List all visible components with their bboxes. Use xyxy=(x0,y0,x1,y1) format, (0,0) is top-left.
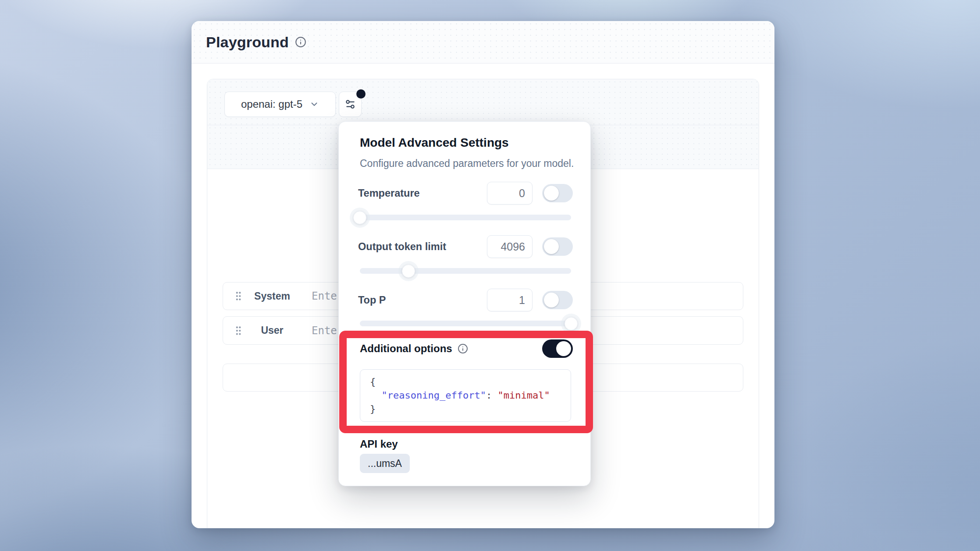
api-key-label: API key xyxy=(360,438,398,450)
popover-title: Model Advanced Settings xyxy=(360,136,509,150)
output-token-limit-label: Output token limit xyxy=(358,241,487,253)
toggle-knob xyxy=(544,239,559,254)
slider-track xyxy=(360,268,571,274)
model-advanced-settings-popover: Model Advanced Settings Configure advanc… xyxy=(338,121,591,486)
json-space xyxy=(492,390,497,401)
temperature-label: Temperature xyxy=(358,187,487,199)
slider-thumb[interactable] xyxy=(402,265,415,278)
model-selector[interactable]: openai: gpt-5 xyxy=(224,92,336,117)
page-title: Playground xyxy=(206,34,289,51)
slider-track xyxy=(360,321,571,326)
sliders-settings-icon xyxy=(344,99,356,110)
json-value: "minimal" xyxy=(497,390,550,401)
toggle-knob xyxy=(556,341,571,356)
json-open-brace: { xyxy=(370,376,376,387)
param-toggle-0[interactable] xyxy=(542,184,573,202)
popover-subtitle: Configure advanced parameters for your m… xyxy=(360,158,574,170)
info-icon[interactable] xyxy=(458,343,468,354)
output-token-limit-input[interactable] xyxy=(487,235,533,258)
param-slider-0[interactable] xyxy=(360,211,571,224)
message-role-label: System xyxy=(243,290,301,302)
slider-thumb[interactable] xyxy=(353,211,366,224)
info-icon[interactable] xyxy=(295,36,306,48)
model-selector-value: openai: gpt-5 xyxy=(241,98,302,110)
slider-thumb[interactable] xyxy=(565,317,578,330)
additional-options-label: Additional options xyxy=(360,343,452,355)
slider-track xyxy=(360,215,571,220)
toggle-knob xyxy=(544,293,559,307)
param-slider-1[interactable] xyxy=(360,265,571,278)
top-p-input[interactable] xyxy=(487,289,533,311)
param-slider-2[interactable] xyxy=(360,317,571,330)
grip-vertical-icon[interactable] xyxy=(234,325,243,336)
chevron-down-icon xyxy=(309,99,319,109)
temperature-input[interactable] xyxy=(487,182,533,205)
temperature-row: Temperature xyxy=(358,181,573,205)
model-toolbar: openai: gpt-5 xyxy=(207,79,759,125)
top-p-row: Top P xyxy=(358,288,573,312)
output-token-limit-row: Output token limit xyxy=(358,235,573,258)
top-p-label: Top P xyxy=(358,294,487,306)
grip-vertical-icon[interactable] xyxy=(234,290,243,302)
param-toggle-2[interactable] xyxy=(542,291,573,309)
json-colon: : xyxy=(486,390,492,401)
api-key-badge[interactable]: ...umsA xyxy=(360,454,410,473)
toggle-knob xyxy=(544,186,559,201)
desktop-background: Playground openai: gpt-5 xyxy=(0,0,980,551)
settings-notification-dot xyxy=(356,89,366,99)
additional-options-json-editor[interactable]: { "reasoning_effort": "minimal" } xyxy=(360,369,571,422)
additional-options-toggle[interactable] xyxy=(542,339,573,358)
json-key: "reasoning_effort" xyxy=(382,390,486,401)
json-close-brace: } xyxy=(370,403,376,414)
page-header: Playground xyxy=(192,21,774,64)
json-indent xyxy=(370,390,382,401)
param-toggle-1[interactable] xyxy=(542,237,573,256)
additional-options-row: Additional options xyxy=(360,338,573,359)
message-role-label: User xyxy=(243,325,301,336)
